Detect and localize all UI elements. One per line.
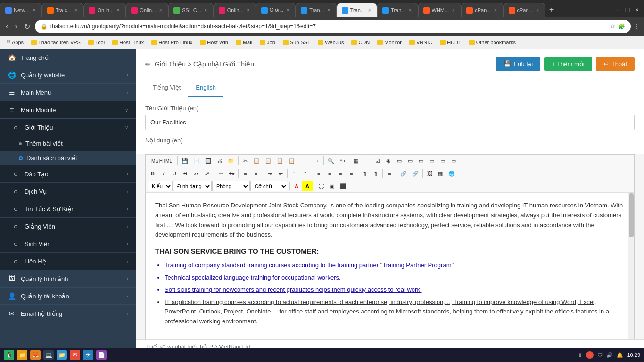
- align-right-button[interactable]: ≡: [335, 168, 346, 179]
- sidebar-item-trang-chu[interactable]: 🏠 Trang chủ: [0, 49, 136, 66]
- tab-whm[interactable]: WHM... ×: [418, 3, 462, 17]
- tab-tran3[interactable]: Tran... ×: [377, 3, 418, 17]
- align-justify-button[interactable]: ≡: [346, 168, 356, 179]
- print-button[interactable]: 🖨: [215, 156, 225, 166]
- maximize-button[interactable]: □: [624, 7, 631, 13]
- taskbar-terminal-icon[interactable]: 💻: [43, 350, 54, 360]
- tab-close[interactable]: ×: [367, 7, 372, 14]
- editor-content[interactable]: Thai Son Human Resource Development Join…: [146, 193, 634, 339]
- open-button[interactable]: 📁: [225, 156, 237, 166]
- tab-cpan1[interactable]: cPan... ×: [461, 3, 503, 17]
- italic-button[interactable]: I: [158, 168, 169, 179]
- editor-scrollbar-thumb[interactable]: [629, 193, 634, 237]
- save-button[interactable]: 💾 Lưu lại: [496, 57, 540, 71]
- sidebar-item-main-module[interactable]: ≡ Main Module ∨: [0, 101, 136, 119]
- style-select[interactable]: Kiểu: [148, 181, 173, 191]
- html-mode-button[interactable]: Mã HTML: [148, 156, 176, 166]
- link-button[interactable]: 🔗: [398, 168, 409, 179]
- tab-close[interactable]: ×: [73, 7, 78, 14]
- paragraph-button[interactable]: ¶: [360, 168, 370, 179]
- tab-close[interactable]: ×: [285, 7, 290, 14]
- input-text-button[interactable]: ▭: [394, 156, 405, 166]
- bookmark-sup-ssl[interactable]: Sup SSL: [280, 39, 313, 46]
- bookmark-job[interactable]: Job: [257, 39, 278, 46]
- forward-button[interactable]: ›: [13, 21, 19, 32]
- image-button[interactable]: 🖼: [424, 168, 435, 179]
- bookmark-cdn[interactable]: CDN: [348, 39, 372, 46]
- ordered-list-button[interactable]: ≡: [240, 168, 250, 179]
- paste-button[interactable]: 📋: [263, 156, 274, 166]
- checkbox-button[interactable]: ☑: [372, 156, 383, 166]
- menu-icon[interactable]: ⋮: [634, 23, 640, 30]
- special-chars-button[interactable]: ≡: [384, 168, 395, 179]
- sidebar-item-quan-ly-website[interactable]: 🌐 Quản lý website ›: [0, 66, 136, 84]
- textarea-button[interactable]: ▭: [416, 156, 426, 166]
- sidebar-item-email-he-thong[interactable]: ✉ Email hệ thống ›: [0, 305, 136, 322]
- hr-button[interactable]: ─: [362, 156, 372, 166]
- bookmark-apps[interactable]: ⠿ Apps: [4, 38, 26, 46]
- ltr-button[interactable]: ¶: [371, 168, 381, 179]
- find-button[interactable]: 🔍: [325, 156, 337, 166]
- tab-close[interactable]: ×: [535, 7, 540, 14]
- bookmark-other[interactable]: Other bookmarks: [466, 39, 519, 46]
- bookmark-thao-tac[interactable]: Thao tac tren VPS: [28, 39, 83, 46]
- show-blocks-button[interactable]: ▣: [327, 181, 337, 191]
- cut-button[interactable]: ✂: [240, 156, 250, 166]
- redo-button[interactable]: →: [312, 156, 322, 166]
- format-select[interactable]: Định dạng: [173, 181, 212, 191]
- tab-onlin3[interactable]: Onlin... ×: [214, 3, 256, 17]
- form-button[interactable]: ▭: [448, 156, 459, 166]
- sidebar-subitem-them-bai-viet[interactable]: Thêm bài viết: [0, 136, 136, 151]
- fullscreen-button[interactable]: ⛶: [316, 181, 326, 191]
- sidebar-item-tin-tuc[interactable]: ○ Tin Tức & Sự Kiện ›: [0, 200, 136, 218]
- bookmark-host-pro[interactable]: Host Pro Linux: [149, 39, 195, 46]
- minimize-button[interactable]: ─: [615, 7, 621, 13]
- tab-english[interactable]: English: [188, 79, 223, 97]
- bookmark-host-linux[interactable]: Host Linux: [109, 39, 147, 46]
- paste-word-button[interactable]: 📋: [286, 156, 297, 166]
- table2-button[interactable]: ▦: [435, 168, 446, 179]
- subscript-button[interactable]: x₂: [191, 168, 201, 179]
- radio-button[interactable]: ◉: [383, 156, 394, 166]
- size-select[interactable]: Cỡ chữ: [250, 181, 288, 191]
- taskbar-telegram-icon[interactable]: ✈: [83, 350, 93, 360]
- bookmark-hddt[interactable]: HDDT: [437, 39, 464, 46]
- sidebar-item-quan-ly-hinh-anh[interactable]: 🖼 Quản lý hình ảnh ›: [0, 270, 136, 288]
- tab-tieng-viet[interactable]: Tiếng Việt: [145, 79, 188, 97]
- remove-format-button[interactable]: Tx: [226, 168, 237, 179]
- tab-close[interactable]: ×: [203, 7, 208, 14]
- sidebar-item-main-menu[interactable]: ☰ Main Menu ›: [0, 84, 136, 101]
- button-btn[interactable]: ▭: [438, 156, 448, 166]
- editor-scrollbar[interactable]: [628, 193, 634, 339]
- close-button[interactable]: ×: [634, 7, 640, 13]
- bookmark-mail[interactable]: Mail: [233, 39, 255, 46]
- tab-cpan2[interactable]: cPan... ×: [504, 3, 545, 17]
- indent-button[interactable]: ⇥: [264, 168, 275, 179]
- font-select[interactable]: Phòng: [212, 181, 250, 191]
- print-preview-button[interactable]: 🔲: [203, 156, 214, 166]
- exit-button[interactable]: ↩ Thoát: [596, 57, 635, 71]
- undo-button[interactable]: ←: [301, 156, 311, 166]
- tab-close[interactable]: ×: [493, 7, 498, 14]
- taskbar-notes-icon[interactable]: 📄: [96, 350, 107, 360]
- url-bar[interactable]: 🔒 thaison.edu.vn/nguoiquanly/?module=mai…: [35, 20, 631, 33]
- copy-button[interactable]: 📋: [251, 156, 262, 166]
- new-button[interactable]: + Thêm mới: [544, 57, 592, 71]
- clear-format-button[interactable]: ✏: [215, 168, 226, 179]
- strikethrough-button[interactable]: S: [180, 168, 190, 179]
- bookmark-monitor[interactable]: Monitor: [374, 39, 405, 46]
- bold-button[interactable]: B: [148, 168, 158, 179]
- select-button[interactable]: ▭: [427, 156, 437, 166]
- find-replace-button[interactable]: Aa: [337, 156, 347, 166]
- font-color-button[interactable]: A: [291, 181, 302, 191]
- tab-tran1[interactable]: Tran... ×: [296, 3, 336, 17]
- tab-tra[interactable]: Tra c... ×: [42, 3, 84, 17]
- source-button[interactable]: ⬛: [338, 181, 349, 191]
- extensions-icon[interactable]: 🧩: [618, 23, 625, 30]
- align-center-button[interactable]: ≡: [324, 168, 335, 179]
- bookmark-tool[interactable]: Tool: [85, 39, 107, 46]
- underline-button[interactable]: U: [169, 168, 180, 179]
- bookmark-host-win[interactable]: Host Win: [197, 39, 231, 46]
- bookmark-vnnic[interactable]: VNNIC: [406, 39, 435, 46]
- table-button[interactable]: ▦: [351, 156, 361, 166]
